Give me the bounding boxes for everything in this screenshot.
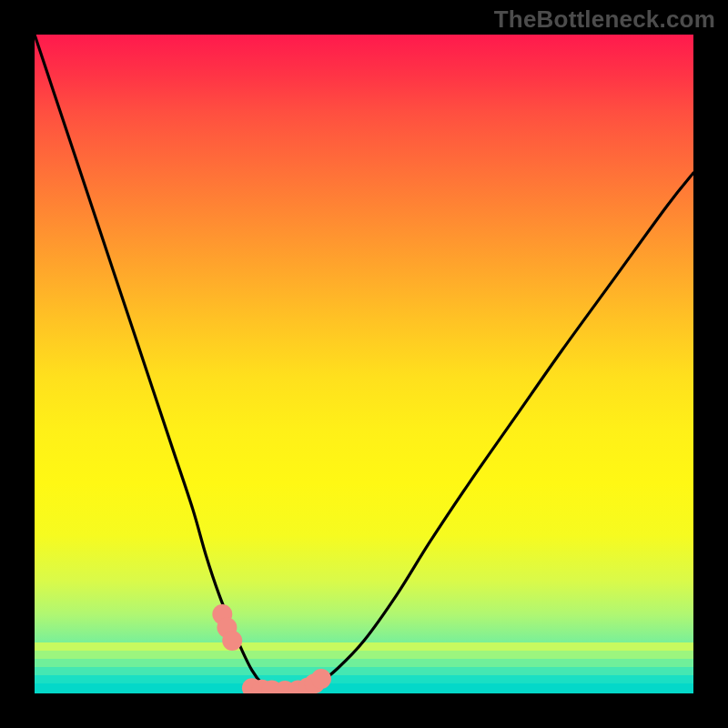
watermark-text: TheBottleneck.com [494,5,715,34]
chart-frame: TheBottleneck.com [0,0,728,728]
data-point [311,669,331,689]
data-point [222,631,242,651]
highlighted-points [35,35,693,693]
